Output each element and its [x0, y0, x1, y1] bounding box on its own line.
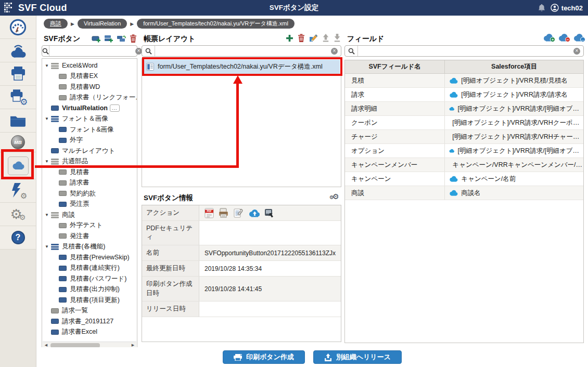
- expand-triangle-icon[interactable]: ▼: [45, 244, 51, 249]
- tree-item[interactable]: ▼ 見積書WD ...: [42, 82, 137, 93]
- field-row[interactable]: オプション [明細オブジェクト]/VRR請求/[明細オブ…: [345, 144, 583, 158]
- clear-search-icon[interactable]: ×: [331, 48, 338, 55]
- field-row[interactable]: 商談 商談名: [345, 186, 583, 200]
- layout-search-input[interactable]: [155, 47, 331, 55]
- form-category-icon: [51, 319, 59, 324]
- more-button[interactable]: ...: [110, 104, 120, 112]
- breadcrumb-item-layout-file[interactable]: form/User_Templates/tech02/nakai.yu/VRデー…: [137, 19, 295, 29]
- upload-icon[interactable]: [322, 34, 329, 42]
- tree-item-label: 受注票: [70, 200, 90, 208]
- tree-item[interactable]: ▼ Excel&Word ...: [42, 60, 137, 71]
- expand-triangle-icon[interactable]: ▼: [45, 213, 51, 217]
- cloud-map-icon[interactable]: ↔: [573, 33, 584, 42]
- field-row[interactable]: 見積 [明細オブジェクト]/VRR見積/見積名: [345, 74, 583, 88]
- expand-triangle-icon[interactable]: ▼: [45, 116, 51, 121]
- release-to-org-button[interactable]: 別組織へリリース: [313, 350, 402, 364]
- tree-item[interactable]: ▼ 請求一覧 ...: [42, 306, 137, 317]
- create-print-button[interactable]: 印刷ボタン作成: [223, 350, 305, 364]
- clear-search-icon[interactable]: ×: [573, 48, 580, 55]
- mb-icon: MB: [11, 135, 25, 149]
- tree-item[interactable]: ▼ 請求書_20191127 ...: [42, 316, 137, 327]
- tree-item[interactable]: ▼ VirtualRelation ...: [42, 103, 137, 114]
- attach-icon[interactable]: [234, 208, 244, 218]
- salesforce-cloud-icon: [12, 161, 24, 170]
- notification-bell-icon[interactable]: [538, 4, 545, 12]
- field-row[interactable]: 請求明細 [明細オブジェクト]/VRR請求/[明細オブ…: [345, 102, 583, 116]
- logo-text: SVF Cloud: [18, 3, 67, 14]
- pdf-icon[interactable]: PDF: [204, 208, 214, 218]
- cloud-upload-icon[interactable]: [249, 209, 260, 217]
- delete-icon[interactable]: [298, 34, 305, 42]
- form-category-icon: [59, 202, 67, 207]
- field-row[interactable]: クーポン [明細オブジェクト]/VRR請求/VRHクーポ…: [345, 116, 583, 130]
- export-icon[interactable]: [264, 208, 275, 218]
- info-settings-gears-icon[interactable]: ⚙⚙: [329, 192, 339, 201]
- svf-field-name: キャンペーン: [345, 172, 445, 186]
- svf-button-search-input[interactable]: [49, 47, 135, 55]
- add-button-icon[interactable]: [92, 35, 101, 43]
- add-button-group-icon[interactable]: [104, 35, 113, 43]
- sidebar-item-dashboard[interactable]: [0, 16, 36, 39]
- tree-item[interactable]: ▼ 見積書(各機能) ...: [42, 242, 137, 253]
- expand-triangle-icon[interactable]: ▼: [45, 159, 51, 164]
- tree-item[interactable]: ▼ 見積書 ...: [42, 167, 137, 178]
- tree-item[interactable]: ▼ 見積書(パスワード) ...: [42, 273, 137, 284]
- field-row[interactable]: キャンペーン キャンペーン/名前: [345, 172, 583, 186]
- field-row[interactable]: キャンペーンメンバー キャンペーン/VRRキャンペーンメンバー/…: [345, 158, 583, 172]
- sidebar-item-print[interactable]: [0, 62, 36, 86]
- svf-button-search: ×: [42, 45, 137, 57]
- breadcrumb-item-opportunity[interactable]: 商談: [44, 19, 68, 29]
- tree-item[interactable]: ▼ 外字 ...: [42, 135, 137, 146]
- sidebar-item-settings[interactable]: ⚙⚙: [0, 203, 36, 226]
- sidebar-item-cloud-connect[interactable]: [0, 39, 36, 62]
- field-search: ×: [344, 45, 584, 57]
- tree-item[interactable]: ▼ 受注票 ...: [42, 199, 137, 210]
- tree-item[interactable]: ▼ 請求書Excel ...: [42, 327, 137, 338]
- copy-button-icon[interactable]: [117, 35, 126, 43]
- info-label: 印刷ボタン作成日時: [142, 277, 199, 301]
- salesforce-cloud-icon: [449, 77, 458, 84]
- tree-item[interactable]: ▼ 見積書EX ...: [42, 71, 137, 82]
- layout-item-selected[interactable]: form/User_Templates/tech02/nakai.yu/VRデー…: [143, 60, 340, 74]
- tree-item[interactable]: ▼ 契約約款 ...: [42, 188, 137, 199]
- add-icon[interactable]: [286, 34, 293, 42]
- field-row[interactable]: チャージ [明細オブジェクト]/VRR請求/VRHチャー…: [345, 130, 583, 144]
- cloud-remove-icon[interactable]: −: [558, 33, 569, 42]
- delete-button-icon[interactable]: [130, 34, 137, 43]
- tree-item[interactable]: ▼ 見積書(項目更新) ...: [42, 295, 137, 306]
- tree-item[interactable]: ▼ マルチレイアウト ...: [42, 146, 137, 156]
- sidebar-item-salesforce[interactable]: [0, 152, 36, 179]
- sidebar-item-quick-print-settings[interactable]: ⚙: [0, 179, 36, 203]
- tree-item[interactable]: ▼ 請求書（リンクフォーム） ...: [42, 93, 137, 103]
- scroll-right-icon[interactable]: ▶: [130, 343, 136, 347]
- cloud-add-icon[interactable]: +: [543, 33, 554, 42]
- tree-item[interactable]: ▼ 発注書 ...: [42, 231, 137, 242]
- tree-item[interactable]: ▼ フォント&画像 ...: [42, 124, 137, 135]
- edit-icon[interactable]: [309, 34, 318, 42]
- breadcrumb-item-virtualrelation[interactable]: VirtualRelation: [78, 19, 127, 29]
- field-row[interactable]: 請求 [明細オブジェクト]/VRR請求/請求名: [345, 88, 583, 102]
- download-icon[interactable]: [334, 34, 341, 42]
- tree-item[interactable]: ▼ 見積書(出力抑制) ...: [42, 284, 137, 295]
- form-category-icon: [59, 266, 67, 271]
- sidebar-item-print-settings[interactable]: ⚙: [0, 86, 36, 109]
- sidebar-item-mb[interactable]: MB: [0, 133, 36, 152]
- tree-item[interactable]: ▼ 請求書 ...: [42, 178, 137, 189]
- sidebar-item-folder[interactable]: [0, 109, 36, 133]
- tree-item[interactable]: ▼ 見積書(PreviewSkip) ...: [42, 252, 137, 263]
- print-icon[interactable]: [219, 208, 229, 218]
- expand-triangle-icon[interactable]: ▼: [45, 63, 51, 68]
- tree-item[interactable]: ▼ 共通部品 ...: [42, 156, 137, 167]
- scroll-left-icon[interactable]: ◀: [43, 343, 49, 347]
- info-row-pdf-security: PDFセキュリティ: [142, 221, 341, 245]
- tree-item[interactable]: ▼ 見積書(連続実行) ...: [42, 263, 137, 274]
- tree-item[interactable]: ▼ 外字テスト ...: [42, 220, 137, 231]
- form-category-icon: [59, 255, 67, 260]
- tree-item[interactable]: ▼ フォント＆画像 ...: [42, 114, 137, 125]
- release-to-org-button-label: 別組織へリリース: [336, 352, 391, 362]
- user-menu[interactable]: tech02: [551, 4, 583, 12]
- sidebar-item-help[interactable]: ?: [0, 226, 36, 250]
- tree-item-label: 見積書: [70, 168, 90, 177]
- tree-item[interactable]: ▼ 商談 ...: [42, 209, 137, 220]
- field-search-input[interactable]: [358, 47, 573, 55]
